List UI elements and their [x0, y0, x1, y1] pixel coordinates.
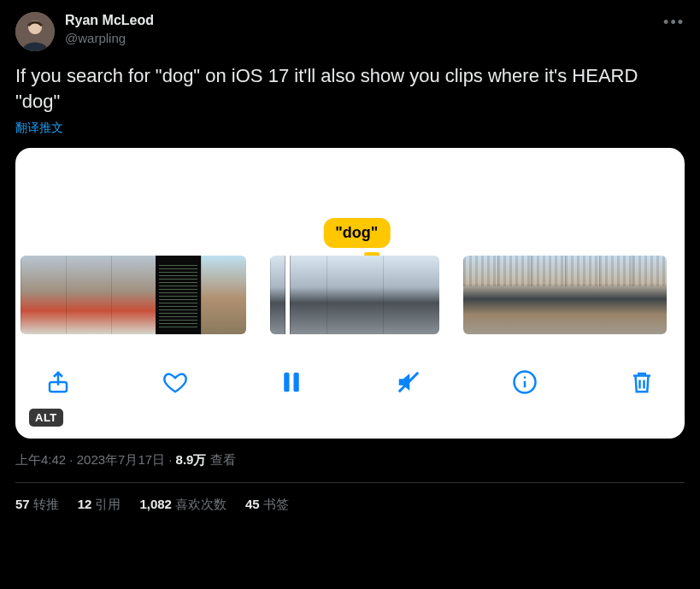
- quotes-count: 12: [78, 497, 92, 511]
- bookmarks-count: 45: [245, 497, 260, 511]
- likes-stat[interactable]: 1,082喜欢次数: [139, 497, 226, 513]
- retweets-stat[interactable]: 57转推: [15, 497, 59, 513]
- views-count: 8.9万: [176, 452, 207, 467]
- share-icon[interactable]: [44, 368, 72, 396]
- tweet-text: If you search for "dog" on iOS 17 it'll …: [15, 63, 685, 114]
- views-label: 查看: [210, 452, 236, 467]
- author-names: Ryan McLeod @warpling: [65, 12, 154, 46]
- tweet: Ryan McLeod @warpling ••• If you search …: [0, 0, 700, 513]
- clip-thumb[interactable]: [463, 256, 497, 334]
- clip-thumb[interactable]: [383, 256, 439, 334]
- quotes-label: 引用: [95, 497, 121, 511]
- retweets-count: 57: [15, 497, 30, 511]
- alt-badge[interactable]: ALT: [29, 409, 63, 427]
- video-timeline[interactable]: [15, 255, 685, 335]
- bookmarks-stat[interactable]: 45书签: [245, 497, 289, 513]
- display-name[interactable]: Ryan McLeod: [65, 12, 154, 30]
- media-card: "dog": [15, 148, 685, 439]
- clip-thumb[interactable]: [565, 256, 599, 334]
- media-toolbar: [15, 335, 685, 414]
- avatar[interactable]: [15, 12, 55, 51]
- retweets-label: 转推: [33, 497, 59, 511]
- more-icon[interactable]: •••: [663, 14, 685, 32]
- tweet-meta: 上午4:42 · 2023年7月17日 · 8.9万 查看: [15, 452, 685, 468]
- trash-icon[interactable]: [628, 368, 656, 396]
- clip-thumb[interactable]: [497, 256, 532, 334]
- handle[interactable]: @warpling: [65, 30, 154, 47]
- clip-thumb[interactable]: [111, 256, 156, 334]
- clip-group[interactable]: [270, 256, 439, 334]
- clip-thumb[interactable]: [326, 256, 383, 334]
- pause-icon[interactable]: [278, 368, 305, 396]
- clip-group[interactable]: [21, 256, 246, 334]
- likes-label: 喜欢次数: [175, 497, 226, 511]
- clip-thumb[interactable]: [201, 256, 246, 334]
- quotes-stat[interactable]: 12引用: [78, 497, 121, 513]
- playhead[interactable]: [285, 256, 290, 334]
- svg-rect-3: [284, 373, 289, 392]
- clip-thumb[interactable]: [531, 256, 565, 334]
- likes-count: 1,082: [139, 497, 172, 511]
- clip-thumb[interactable]: [599, 256, 633, 334]
- tweet-header: Ryan McLeod @warpling •••: [15, 12, 685, 51]
- clip-thumb[interactable]: [66, 256, 111, 334]
- clip-group[interactable]: [463, 256, 667, 334]
- timestamp[interactable]: 上午4:42 · 2023年7月17日: [15, 452, 165, 467]
- search-highlight-label: "dog": [323, 218, 390, 248]
- svg-point-8: [524, 377, 526, 380]
- media-top: "dog": [15, 148, 685, 255]
- clip-thumb[interactable]: [156, 256, 201, 334]
- tweet-stats: 57转推 12引用 1,082喜欢次数 45书签: [15, 483, 685, 513]
- bookmarks-label: 书签: [263, 497, 289, 511]
- heart-icon[interactable]: [162, 368, 189, 396]
- translate-link[interactable]: 翻译推文: [15, 121, 685, 136]
- clip-thumb[interactable]: [21, 256, 66, 334]
- mute-icon[interactable]: [395, 368, 422, 396]
- svg-rect-4: [294, 373, 299, 392]
- clip-thumb[interactable]: [632, 256, 667, 334]
- info-icon[interactable]: [511, 368, 538, 396]
- clip-thumb[interactable]: [270, 256, 326, 334]
